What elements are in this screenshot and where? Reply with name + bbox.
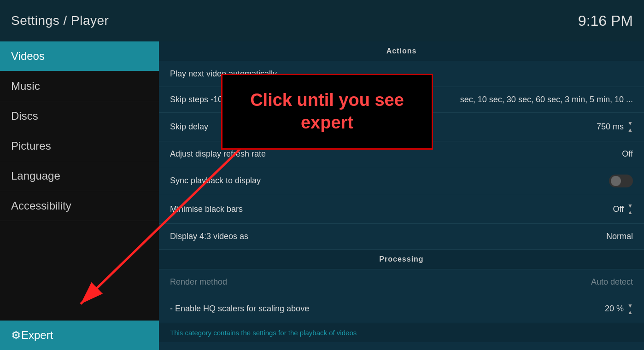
gear-icon: ⚙ xyxy=(11,329,21,342)
setting-sync-playback[interactable]: Sync playback to display xyxy=(159,167,644,195)
setting-display-43[interactable]: Display 4:3 videos as Normal xyxy=(159,224,644,250)
pictures-label: Pictures xyxy=(11,140,51,152)
skip-delay-value: 750 ms ▼▲ xyxy=(597,120,633,134)
sidebar-item-accessibility[interactable]: Accessibility xyxy=(0,191,159,221)
header: Settings / Player 9:16 PM xyxy=(0,0,644,41)
toggle-knob xyxy=(611,176,621,186)
adjust-display-label: Adjust display refresh rate xyxy=(170,149,266,159)
language-label: Language xyxy=(11,169,60,182)
skip-delay-label: Skip delay xyxy=(170,122,208,132)
music-label: Music xyxy=(11,80,40,93)
sync-playback-label: Sync playback to display xyxy=(170,176,261,186)
expert-label: Expert xyxy=(21,329,53,342)
section-actions-header: Actions xyxy=(159,41,644,61)
minimise-black-bars-value: Off ▼▲ xyxy=(613,203,633,216)
videos-label: Videos xyxy=(11,50,45,63)
sidebar-item-language[interactable]: Language xyxy=(0,161,159,191)
render-method-label: Render method xyxy=(170,277,227,287)
adjust-display-value: Off xyxy=(622,149,633,159)
sidebar-item-expert[interactable]: ⚙ Expert xyxy=(0,321,159,350)
popup-overlay: Click until you see expert xyxy=(221,74,433,150)
display-43-value: Normal xyxy=(606,232,633,241)
render-method-value: Auto detect xyxy=(591,277,633,287)
sidebar-spacer xyxy=(0,221,159,321)
minimise-black-bars-arrows: ▼▲ xyxy=(627,203,633,216)
enable-hq-scalers-arrows: ▼▲ xyxy=(627,303,633,316)
enable-hq-scalers-label: - Enable HQ scalers for scaling above xyxy=(170,304,309,314)
clock: 9:16 PM xyxy=(578,12,633,29)
sidebar-item-videos[interactable]: Videos xyxy=(0,41,159,71)
footer-description: This category contains the settings for … xyxy=(159,323,644,342)
sidebar-item-discs[interactable]: Discs xyxy=(0,101,159,131)
page-title: Settings / Player xyxy=(11,13,109,28)
enable-hq-scalers-value: 20 % ▼▲ xyxy=(605,303,633,316)
skip-steps-value: sec, 10 sec, 30 sec, 60 sec, 3 min, 5 mi… xyxy=(460,95,633,105)
setting-render-method: Render method Auto detect xyxy=(159,269,644,295)
section-processing-header: Processing xyxy=(159,250,644,269)
popup-text: Click until you see expert xyxy=(239,89,415,134)
setting-minimise-black-bars[interactable]: Minimise black bars Off ▼▲ xyxy=(159,195,644,224)
sidebar: Videos Music Discs Pictures Language Acc… xyxy=(0,41,159,350)
display-43-label: Display 4:3 videos as xyxy=(170,232,248,241)
sidebar-item-music[interactable]: Music xyxy=(0,71,159,101)
discs-label: Discs xyxy=(11,110,38,122)
minimise-black-bars-label: Minimise black bars xyxy=(170,204,243,214)
sidebar-item-pictures[interactable]: Pictures xyxy=(0,131,159,161)
sync-playback-value xyxy=(609,175,633,187)
sync-playback-toggle[interactable] xyxy=(609,175,633,187)
skip-delay-arrows: ▼▲ xyxy=(627,120,633,134)
setting-enable-hq-scalers[interactable]: - Enable HQ scalers for scaling above 20… xyxy=(159,295,644,324)
accessibility-label: Accessibility xyxy=(11,199,71,212)
